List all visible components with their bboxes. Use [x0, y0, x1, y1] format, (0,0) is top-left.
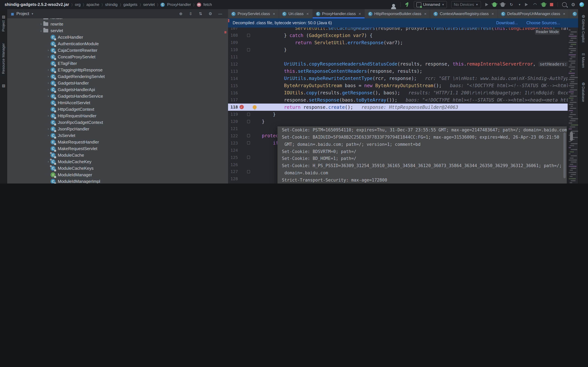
line-number[interactable]: 112	[228, 62, 238, 67]
fold-marker-icon[interactable]	[247, 134, 250, 137]
code-line-110[interactable]: 110 }	[228, 46, 568, 53]
code-line-120[interactable]: 120}	[228, 118, 568, 125]
tree-chevron-icon[interactable]: ›	[46, 55, 51, 58]
tree-item-rewrite[interactable]: ›rewrite	[7, 21, 228, 27]
code-line-115[interactable]: 115 ByteArrayOutputStream baos = new Byt…	[228, 82, 568, 89]
close-icon[interactable]: ✕	[306, 12, 309, 16]
tree-item-gadgetshandlerapi[interactable]: ›CGadgetsHandlerApi	[7, 86, 228, 93]
tree-item-authenticationmodule[interactable]: CAuthenticationModule	[7, 40, 228, 47]
breadcrumb-item[interactable]: org	[75, 2, 81, 7]
tree-item-makerequestservlet[interactable]: CMakeRequestServlet	[7, 145, 228, 152]
tree-item-servlet[interactable]: ⌄servlet	[7, 27, 228, 34]
user-icon[interactable]	[391, 2, 396, 7]
line-number[interactable]: 107	[228, 27, 238, 31]
tree-item-etagfilter[interactable]: CETagFilter	[7, 60, 228, 67]
tree-item-makerequesthandler[interactable]: CMakeRequestHandler	[7, 139, 228, 145]
search-everywhere-icon[interactable]	[562, 2, 567, 7]
fold-marker-icon[interactable]	[247, 142, 250, 145]
close-icon[interactable]: ✕	[563, 12, 565, 16]
line-number[interactable]: 124	[228, 148, 238, 152]
breadcrumb-item[interactable]: shindig	[105, 2, 118, 7]
line-number[interactable]: 116	[228, 90, 238, 95]
tree-item-httprequesthandler[interactable]: ›CHttpRequestHandler	[7, 112, 228, 119]
tree-chevron-icon[interactable]: ›	[46, 88, 51, 91]
reader-mode-button[interactable]: Reader Mode	[535, 29, 560, 35]
line-number[interactable]: 127	[228, 169, 238, 174]
settings-gear-icon[interactable]: ⚙	[208, 11, 213, 17]
code-line-114[interactable]: 114 UriUtils.maybeRewriteContentType(rcr…	[228, 75, 568, 82]
sidebar-stub-project[interactable]: Project	[1, 20, 5, 32]
tree-chevron-icon[interactable]: ›	[46, 68, 51, 71]
breadcrumb-item[interactable]: fetch	[203, 2, 212, 7]
line-number[interactable]: 118	[228, 105, 238, 110]
breadcrumb-item[interactable]: gadgets	[123, 2, 137, 7]
code-line-107[interactable]: 107 ServletUtil.setCachingHeaders(respon…	[228, 27, 568, 32]
tree-chevron-icon[interactable]: ›	[46, 127, 51, 130]
project-panel-title[interactable]: Project	[17, 11, 29, 16]
tree-item-moduleidmanagerimpl[interactable]: CModuleIdManagerImpl	[7, 178, 228, 184]
locate-icon[interactable]: ⊕	[178, 11, 183, 17]
sidebar-stub-maven[interactable]: Maven	[581, 57, 585, 68]
sidebar-stub-github-copilot[interactable]: GitHub Copilot	[581, 19, 585, 42]
line-number[interactable]: 113	[228, 69, 238, 74]
intention-bulb-icon[interactable]	[253, 105, 257, 109]
run-config-selector[interactable]: Unnamed▼	[414, 1, 447, 8]
line-number[interactable]: 128	[228, 176, 238, 181]
tree-item-accelhandler[interactable]: CAccelHandler	[7, 34, 228, 40]
line-number[interactable]: 122	[228, 133, 238, 138]
tree-item-concatproxyservlet[interactable]: ›CConcatProxyServlet	[7, 53, 228, 60]
tree-chevron-icon[interactable]: ›	[39, 22, 43, 25]
close-icon[interactable]: ✕	[273, 12, 275, 16]
settings-gear-icon[interactable]: ⚙	[571, 2, 575, 7]
fold-marker-icon[interactable]	[247, 120, 250, 123]
fold-marker-icon[interactable]	[247, 113, 250, 116]
tab-proxyservlet-class[interactable]: CProxyServlet.class✕	[228, 9, 279, 18]
close-icon[interactable]: ✕	[491, 12, 494, 16]
tab-contextawareregistry-class[interactable]: CContextAwareRegistry.class✕	[430, 9, 498, 18]
tree-chevron-icon[interactable]: ›	[46, 81, 51, 84]
tree-item-moduleidmanager[interactable]: IModuleIdManager	[7, 171, 228, 178]
tree-chevron-icon[interactable]: ›	[46, 114, 51, 117]
line-number[interactable]: 120	[228, 119, 238, 124]
sidebar-stub-database[interactable]: Database	[581, 86, 585, 102]
tree-item-gadgetrenderingservlet[interactable]: ›CGadgetRenderingServlet	[7, 73, 228, 80]
collapse-all-icon[interactable]: ⇅	[198, 11, 203, 17]
gradle-sphere-icon[interactable]	[579, 2, 584, 7]
code-line-109[interactable]: 109 return ServletUtil.errorResponse(var…	[228, 39, 568, 46]
line-number[interactable]: 125	[228, 155, 238, 160]
line-number[interactable]: 123	[228, 141, 238, 145]
tree-item-modulecachekey[interactable]: ›CModuleCacheKey	[7, 158, 228, 165]
line-number[interactable]: 119	[228, 112, 238, 117]
device-selector[interactable]: No Devices▼	[451, 1, 481, 8]
breadcrumb-item[interactable]: ProxyHandler	[167, 2, 191, 7]
run-play-icon[interactable]	[485, 3, 488, 6]
play-icon[interactable]	[525, 3, 528, 6]
tree-chevron-icon[interactable]: ›	[46, 94, 51, 98]
tree-chevron-icon[interactable]: ›	[46, 49, 51, 52]
stop-icon[interactable]	[550, 3, 553, 6]
breakpoint-icon[interactable]: ✓	[239, 105, 244, 109]
line-number[interactable]: 121	[228, 126, 238, 131]
coverage-icon[interactable]: ◠	[532, 2, 538, 7]
code-line-117[interactable]: 117 response.setResponse(baos.toByteArra…	[228, 96, 568, 104]
tree-item-etagginghttpresponse[interactable]: ›CETaggingHttpResponse	[7, 67, 228, 73]
line-number[interactable]: 109	[228, 40, 238, 45]
fold-marker-icon[interactable]	[247, 170, 250, 173]
editor-minimap-scrollbar[interactable]	[568, 27, 579, 184]
close-icon[interactable]: ✕	[424, 12, 427, 16]
rerun-icon[interactable]: ↻	[509, 2, 514, 7]
tree-item-jsonrpcgadgetcontext[interactable]: CJsonRpcGadgetContext	[7, 119, 228, 125]
line-number[interactable]: 117	[228, 98, 238, 102]
code-line-111[interactable]: 111	[228, 53, 568, 60]
tree-item-httpgadgetcontext[interactable]: CHttpGadgetContext	[7, 106, 228, 112]
tree-item-htmlaccelservlet[interactable]: CHtmlAccelServlet	[7, 99, 228, 106]
line-number[interactable]: 108	[228, 33, 238, 38]
debug-bug-icon[interactable]	[492, 2, 496, 7]
tree-item-gadgetshandler[interactable]: ›CGadgetsHandler	[7, 80, 228, 86]
breadcrumb-item[interactable]: apache	[86, 2, 99, 7]
code-line-118[interactable]: 118✓ return response.create(); response:…	[228, 104, 568, 111]
tree-item-cajacontentrewriter[interactable]: ›CCajaContentRewriter	[7, 47, 228, 53]
hide-panel-icon[interactable]: —	[217, 11, 223, 17]
tree-chevron-icon[interactable]: ›	[46, 75, 51, 78]
tree-item-gadgetshandlerservice[interactable]: ›CGadgetsHandlerService	[7, 93, 228, 99]
